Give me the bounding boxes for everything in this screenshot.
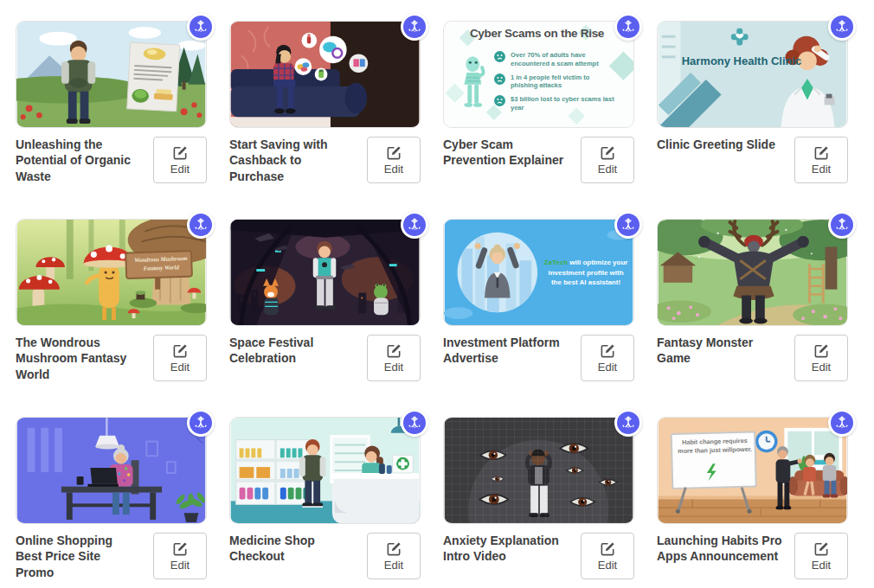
template-card: Anxiety Explanation Intro Video Edit bbox=[443, 417, 634, 588]
template-title: Space Festival Celebration bbox=[229, 335, 355, 367]
template-card: Fantasy Monster Game Edit bbox=[657, 219, 848, 395]
habits-pro-illustration bbox=[658, 418, 847, 523]
template-thumbnail[interactable] bbox=[16, 21, 207, 128]
edit-button[interactable]: Edit bbox=[581, 137, 634, 183]
template-thumbnail[interactable] bbox=[16, 417, 207, 524]
edit-button[interactable]: Edit bbox=[794, 137, 848, 183]
template-thumbnail[interactable]: Wondrous Mushroom Fantasy World bbox=[16, 219, 207, 326]
character-rotate-badge[interactable] bbox=[828, 211, 856, 239]
template-thumbnail[interactable] bbox=[657, 219, 848, 326]
template-card: Cyber Scams on the Rise Over 70% of adul… bbox=[443, 21, 634, 197]
edit-button-label: Edit bbox=[384, 361, 403, 374]
character-rotate-icon bbox=[620, 216, 637, 233]
edit-button-label: Edit bbox=[384, 559, 403, 572]
stat-text: 1 in 4 people fell victim to phishing at… bbox=[511, 74, 614, 91]
stat-item: Over 70% of adults have encountered a sc… bbox=[494, 51, 614, 68]
template-thumbnail[interactable] bbox=[229, 219, 421, 326]
character-rotate-icon bbox=[833, 18, 851, 35]
template-title: Launching Habits Pro Apps Announcement bbox=[657, 533, 782, 565]
sad-face-icon bbox=[494, 95, 505, 106]
mushroom-sign-text: Wondrous Mushroom Fantasy World bbox=[129, 254, 194, 273]
template-title: Cyber Scam Prevention Explainer bbox=[443, 137, 569, 169]
template-card: Start Saving with Cashback to Purchase E… bbox=[229, 21, 421, 197]
template-card: Wondrous Mushroom Fantasy World The Wond… bbox=[16, 219, 207, 395]
edit-pencil-icon bbox=[813, 540, 830, 557]
edit-button[interactable]: Edit bbox=[367, 335, 421, 381]
template-card: Habit change requires more than just wil… bbox=[657, 417, 848, 588]
template-thumbnail[interactable] bbox=[443, 417, 634, 524]
template-card: Harmony Health Clinic Clinic Greeting Sl… bbox=[657, 21, 848, 197]
template-thumbnail[interactable]: Harmony Health Clinic bbox=[657, 21, 848, 128]
template-thumbnail[interactable] bbox=[229, 21, 421, 128]
template-card: ZaTech will optimize your investment pro… bbox=[443, 219, 634, 395]
investment-message: ZaTech will optimize your investment pro… bbox=[543, 258, 629, 288]
character-rotate-badge[interactable] bbox=[187, 13, 215, 41]
template-title: Investment Platform Advertise bbox=[443, 335, 569, 367]
character-rotate-badge[interactable] bbox=[187, 409, 215, 437]
edit-pencil-icon bbox=[386, 342, 402, 359]
edit-button[interactable]: Edit bbox=[153, 137, 207, 183]
character-rotate-icon bbox=[406, 18, 423, 35]
edit-button[interactable]: Edit bbox=[367, 137, 421, 183]
online-shopping-illustration bbox=[16, 418, 206, 523]
habits-board-text: Habit change requires more than just wil… bbox=[676, 437, 754, 456]
template-card: Unleashing the Potential of Organic Wast… bbox=[16, 21, 207, 197]
character-rotate-badge[interactable] bbox=[187, 211, 215, 239]
template-card: Medicine Shop Checkout Edit bbox=[229, 417, 421, 588]
template-title: Start Saving with Cashback to Purchase bbox=[229, 137, 355, 184]
character-rotate-badge[interactable] bbox=[401, 211, 428, 239]
stat-text: Over 70% of adults have encountered a sc… bbox=[511, 51, 614, 68]
character-rotate-icon bbox=[192, 414, 209, 431]
template-title: Online Shopping Best Price Site Promo bbox=[16, 533, 141, 580]
edit-button[interactable]: Edit bbox=[794, 533, 848, 579]
edit-button[interactable]: Edit bbox=[153, 533, 207, 579]
edit-button-label: Edit bbox=[170, 361, 190, 374]
edit-button[interactable]: Edit bbox=[367, 533, 421, 579]
character-rotate-badge[interactable] bbox=[828, 409, 856, 437]
character-rotate-badge[interactable] bbox=[401, 409, 428, 437]
clinic-name-text: Harmony Health Clinic bbox=[680, 54, 803, 69]
cyber-scam-stats: Over 70% of adults have encountered a sc… bbox=[494, 51, 614, 112]
edit-button-label: Edit bbox=[170, 163, 190, 176]
edit-button[interactable]: Edit bbox=[794, 335, 848, 381]
sad-face-icon bbox=[494, 74, 505, 85]
character-rotate-badge[interactable] bbox=[614, 211, 642, 239]
character-rotate-badge[interactable] bbox=[401, 13, 428, 41]
edit-button[interactable]: Edit bbox=[581, 335, 634, 381]
cashback-illustration bbox=[230, 22, 420, 127]
template-title: Unleashing the Potential of Organic Wast… bbox=[16, 137, 141, 184]
template-thumbnail[interactable]: Cyber Scams on the Rise Over 70% of adul… bbox=[443, 21, 634, 128]
template-title: Anxiety Explanation Intro Video bbox=[443, 533, 569, 565]
stat-item: 1 in 4 people fell victim to phishing at… bbox=[494, 74, 614, 91]
clinic-illustration bbox=[658, 22, 847, 127]
organic-waste-illustration bbox=[16, 22, 206, 127]
stat-item: $3 billion lost to cyber scams last year bbox=[494, 95, 614, 112]
edit-button-label: Edit bbox=[384, 163, 403, 176]
edit-button[interactable]: Edit bbox=[153, 335, 207, 381]
medicine-shop-illustration bbox=[230, 418, 420, 523]
stat-text: $3 billion lost to cyber scams last year bbox=[511, 95, 614, 112]
character-rotate-badge[interactable] bbox=[614, 13, 642, 41]
edit-pencil-icon bbox=[172, 540, 189, 557]
fantasy-monster-illustration bbox=[658, 220, 847, 325]
cyber-scam-headline: Cyber Scams on the Rise bbox=[444, 27, 630, 40]
space-festival-illustration bbox=[230, 220, 420, 325]
investment-brand: ZaTech bbox=[544, 259, 568, 266]
character-rotate-badge[interactable] bbox=[614, 409, 642, 437]
template-thumbnail[interactable]: Habit change requires more than just wil… bbox=[657, 417, 848, 524]
template-card: Space Festival Celebration Edit bbox=[229, 219, 421, 395]
character-rotate-icon bbox=[192, 18, 209, 35]
edit-pencil-icon bbox=[172, 144, 189, 161]
character-rotate-icon bbox=[620, 18, 637, 35]
character-rotate-icon bbox=[620, 414, 637, 431]
template-title: Fantasy Monster Game bbox=[657, 335, 782, 367]
template-thumbnail[interactable]: ZaTech will optimize your investment pro… bbox=[443, 219, 634, 326]
edit-button[interactable]: Edit bbox=[581, 533, 634, 579]
character-rotate-icon bbox=[406, 414, 423, 431]
character-rotate-badge[interactable] bbox=[828, 13, 856, 41]
edit-button-label: Edit bbox=[598, 163, 617, 176]
template-thumbnail[interactable] bbox=[229, 417, 421, 524]
edit-pencil-icon bbox=[813, 342, 830, 359]
character-rotate-icon bbox=[833, 216, 851, 233]
edit-pencil-icon bbox=[600, 540, 616, 557]
